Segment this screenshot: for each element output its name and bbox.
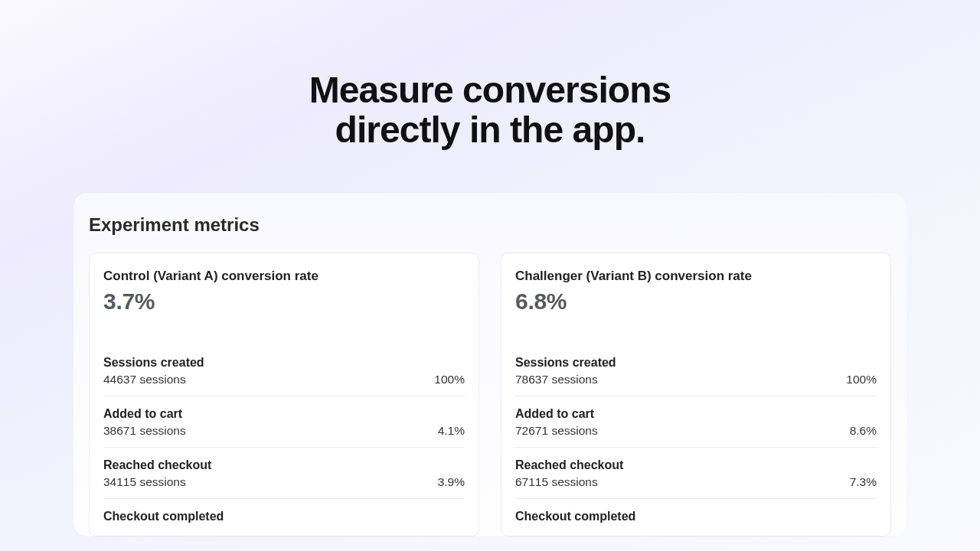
- variant-card-challenger: Challenger (Variant B) conversion rate 6…: [501, 253, 891, 536]
- variant-title: Control (Variant A) conversion rate: [103, 269, 465, 284]
- funnel-label: Reached checkout: [103, 458, 465, 472]
- funnel-label: Added to cart: [103, 407, 465, 421]
- funnel-percent: 3.9%: [438, 475, 465, 489]
- funnel-label: Checkout completed: [103, 510, 465, 523]
- funnel-sessions: 38671 sessions: [103, 424, 186, 438]
- funnel-percent: 4.1%: [438, 424, 465, 438]
- funnel-percent: 100%: [434, 373, 465, 386]
- variant-title: Challenger (Variant B) conversion rate: [515, 269, 877, 284]
- funnel-percent: 8.6%: [850, 424, 877, 438]
- funnel-sessions: 67115 sessions: [515, 475, 598, 489]
- variant-conversion-rate: 3.7%: [103, 289, 465, 315]
- funnel-label: Reached checkout: [515, 458, 877, 472]
- variant-conversion-rate: 6.8%: [515, 289, 877, 315]
- funnel-row: Checkout completed: [515, 499, 877, 536]
- funnel-label: Checkout completed: [515, 510, 877, 523]
- hero-line-1: Measure conversions: [309, 70, 671, 110]
- funnel-row: Reached checkout 67115 sessions 7.3%: [515, 448, 877, 499]
- hero-title: Measure conversions directly in the app.: [309, 70, 671, 150]
- funnel-row: Added to cart 38671 sessions 4.1%: [103, 396, 465, 448]
- experiment-metrics-panel: Experiment metrics Control (Variant A) c…: [74, 193, 906, 536]
- funnel-sessions: 44637 sessions: [103, 373, 186, 386]
- funnel-percent: 7.3%: [850, 475, 877, 489]
- funnel-percent: 100%: [846, 373, 877, 386]
- funnel-sessions: 72671 sessions: [515, 424, 598, 438]
- funnel-row: Sessions created 44637 sessions 100%: [103, 345, 465, 396]
- variant-card-control: Control (Variant A) conversion rate 3.7%…: [89, 253, 479, 536]
- funnel-row: Reached checkout 34115 sessions 3.9%: [103, 448, 465, 499]
- funnel-sessions: 78637 sessions: [515, 373, 598, 386]
- funnel-label: Sessions created: [103, 356, 465, 370]
- funnel-sessions: 34115 sessions: [103, 475, 186, 489]
- funnel-row: Checkout completed: [103, 499, 465, 536]
- funnel-row: Sessions created 78637 sessions 100%: [515, 345, 877, 396]
- funnel-label: Added to cart: [515, 407, 877, 421]
- hero-line-2: directly in the app.: [335, 109, 645, 150]
- funnel-label: Sessions created: [515, 356, 877, 370]
- panel-title: Experiment metrics: [89, 214, 891, 236]
- funnel-row: Added to cart 72671 sessions 8.6%: [515, 396, 877, 448]
- variant-cards: Control (Variant A) conversion rate 3.7%…: [89, 253, 891, 536]
